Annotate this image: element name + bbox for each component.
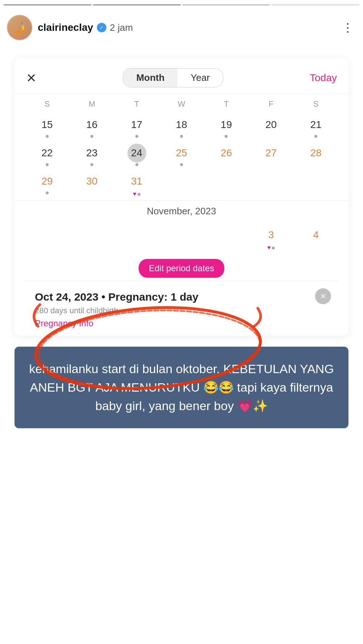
dot-25 xyxy=(180,163,183,166)
calendar-header: ✕ Month Year Today xyxy=(15,58,348,94)
date-23: 23 xyxy=(82,144,101,162)
next-empty3 xyxy=(114,223,159,253)
date-21: 21 xyxy=(306,115,325,134)
date-29: 29 xyxy=(38,172,57,191)
day-label-thu: T xyxy=(204,97,249,111)
date-cell-24[interactable]: 24 xyxy=(114,141,159,168)
date-cell-17[interactable]: 17 xyxy=(114,112,159,140)
calendar-row-1: 15 16 17 18 xyxy=(25,112,338,140)
next-empty4 xyxy=(159,223,204,253)
dot-21 xyxy=(314,135,317,138)
date-cell-25[interactable]: 25 xyxy=(159,141,204,168)
story-content: ✕ Month Year Today S M T W T F S xyxy=(0,47,363,644)
date-cell-18[interactable]: 18 xyxy=(159,112,204,140)
date-cell-30[interactable]: 30 xyxy=(69,169,114,199)
date-cell-empty3 xyxy=(249,169,293,199)
day-label-mon: M xyxy=(69,97,114,111)
username[interactable]: clairineclay xyxy=(38,22,93,33)
date-22: 22 xyxy=(38,144,57,162)
dot-3b xyxy=(272,247,275,249)
days-header: S M T W T F S xyxy=(25,97,338,111)
date-31: 31 xyxy=(127,172,146,191)
next-month-row: 3 ♥ 4 xyxy=(25,223,338,253)
dot-31b xyxy=(138,193,140,196)
verified-badge-icon: ✓ xyxy=(97,23,106,32)
next-month-partial: 3 ♥ 4 xyxy=(15,220,348,253)
day-label-fri: F xyxy=(249,97,293,111)
pregnancy-card-close-button[interactable]: ✕ xyxy=(315,288,331,304)
date-cell-28[interactable]: 28 xyxy=(294,141,338,168)
next-empty1 xyxy=(25,223,69,253)
caption-box: kehamilanku start di bulan oktober. KEBE… xyxy=(15,347,348,428)
more-options-button[interactable]: ⋮ xyxy=(339,19,356,36)
today-button[interactable]: Today xyxy=(310,72,337,84)
date-cell-empty4 xyxy=(294,169,338,199)
header-info: clairineclay ✓ 2 jam xyxy=(38,22,339,33)
date-cell-27[interactable]: 27 xyxy=(249,141,293,168)
progress-bar-2 xyxy=(93,4,181,5)
date-26: 26 xyxy=(217,144,236,162)
date-cell-16[interactable]: 16 xyxy=(69,112,114,140)
date-15: 15 xyxy=(38,115,57,134)
date-18: 18 xyxy=(172,115,191,134)
progress-bars xyxy=(0,0,363,8)
date-cell-4[interactable]: 4 xyxy=(294,223,338,253)
year-toggle-button[interactable]: Year xyxy=(178,69,223,87)
calendar-row-2: 22 23 24 25 xyxy=(25,141,338,168)
day-label-tue: T xyxy=(114,97,159,111)
next-empty5 xyxy=(204,223,249,253)
date-cell-22[interactable]: 22 xyxy=(25,141,69,168)
dot-15 xyxy=(46,135,49,138)
pregnancy-subtitle: 280 days until childbirth xyxy=(35,306,328,315)
date-cell-26[interactable]: 26 xyxy=(204,141,249,168)
story-container: 🤳 clairineclay ✓ 2 jam ⋮ ✕ Month Year To… xyxy=(0,0,363,644)
edit-period-button[interactable]: Edit period dates xyxy=(139,259,224,278)
month-label: November, 2023 xyxy=(15,200,348,220)
date-cell-31[interactable]: 31 ♥ xyxy=(114,169,159,199)
caption-text: kehamilanku start di bulan oktober. KEBE… xyxy=(29,360,334,415)
progress-bar-1 xyxy=(4,4,91,5)
date-cell-15[interactable]: 15 xyxy=(25,112,69,140)
date-cell-29[interactable]: 29 xyxy=(25,169,69,199)
date-cell-23[interactable]: 23 xyxy=(69,141,114,168)
dot-24 xyxy=(135,163,138,166)
date-cell-empty1 xyxy=(159,169,204,199)
date-cell-21[interactable]: 21 xyxy=(294,112,338,140)
progress-bar-4 xyxy=(272,4,359,5)
day-label-wed: W xyxy=(159,97,204,111)
dot-22 xyxy=(46,163,49,166)
date-27: 27 xyxy=(262,144,281,162)
story-header: 🤳 clairineclay ✓ 2 jam ⋮ xyxy=(0,12,363,44)
date-cell-empty2 xyxy=(204,169,249,199)
avatar[interactable]: 🤳 xyxy=(7,15,33,41)
dot-29 xyxy=(46,191,49,194)
next-empty2 xyxy=(69,223,114,253)
calendar-close-button[interactable]: ✕ xyxy=(26,71,36,85)
date-cell-20[interactable]: 20 xyxy=(249,112,293,140)
calendar-grid: S M T W T F S 15 16 xyxy=(15,94,348,199)
dot-17 xyxy=(135,135,138,138)
date-cell-3[interactable]: 3 ♥ xyxy=(249,223,293,253)
date-28: 28 xyxy=(306,144,325,162)
date-20: 20 xyxy=(262,115,281,134)
progress-bar-3 xyxy=(182,4,270,5)
date-4: 4 xyxy=(306,226,325,244)
date-24: 24 xyxy=(127,144,146,162)
month-toggle-button[interactable]: Month xyxy=(123,69,178,87)
day-label-sun: S xyxy=(25,97,69,111)
pregnancy-title: Oct 24, 2023 • Pregnancy: 1 day xyxy=(35,290,328,304)
day-label-sat: S xyxy=(294,97,338,111)
date-25: 25 xyxy=(172,144,191,162)
date-17: 17 xyxy=(127,115,146,134)
calendar-app: ✕ Month Year Today S M T W T F S xyxy=(15,58,348,336)
date-3: 3 xyxy=(262,226,281,244)
pregnancy-link[interactable]: Pregnancy Info xyxy=(35,318,328,329)
date-30: 30 xyxy=(82,172,101,191)
dot-18 xyxy=(180,135,183,138)
dot-23 xyxy=(90,163,93,166)
date-cell-19[interactable]: 19 xyxy=(204,112,249,140)
dot-16 xyxy=(90,135,93,138)
date-16: 16 xyxy=(82,115,101,134)
dots-31: ♥ xyxy=(133,191,140,197)
pregnancy-card: Oct 24, 2023 • Pregnancy: 1 day 280 days… xyxy=(25,281,338,336)
